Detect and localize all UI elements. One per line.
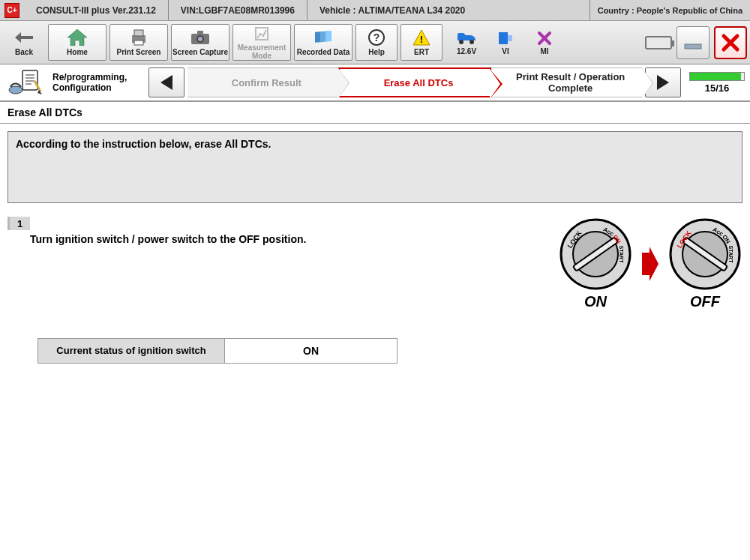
minimize-button[interactable]	[676, 26, 710, 59]
triangle-left-icon	[159, 73, 174, 91]
measurement-mode-button: Measurement Mode	[232, 24, 291, 61]
wizard-step-next: Print Result / Operation Complete	[491, 67, 642, 97]
capture-label: Screen Capture	[172, 48, 228, 56]
triangle-right-icon	[656, 73, 670, 91]
system-tray	[645, 24, 747, 61]
task-label: Re/programming, Configuration	[52, 64, 146, 100]
vehicle-label: Vehicle : ALTIMA/TEANA L34 2020	[308, 5, 477, 16]
dial-off-caption: OFF	[690, 293, 720, 310]
ignition-dial-off-icon: LOCK Acc ON START	[668, 217, 742, 292]
ignition-status-label: Current status of ignition switch	[38, 338, 225, 364]
vi-status: VI	[488, 29, 524, 55]
progress-fill	[690, 73, 741, 80]
main-content: According to the instruction below, eras…	[0, 124, 750, 371]
print-screen-button[interactable]: Print Screen	[110, 24, 168, 61]
ignition-status-row: Current status of ignition switch ON	[38, 338, 742, 364]
svg-point-20	[9, 86, 22, 94]
recorded-label: Recorded Data	[297, 48, 350, 56]
task-icon	[0, 64, 52, 100]
recorded-data-button[interactable]: Recorded Data	[294, 24, 352, 61]
measurement-label: Measurement Mode	[233, 43, 290, 60]
svg-rect-2	[134, 40, 143, 45]
vi-device-icon	[497, 29, 514, 47]
svg-rect-6	[197, 31, 203, 34]
wizard-step-current: Erase All DTCs	[338, 67, 492, 97]
wizard-step-prev: Confirm Result	[188, 67, 338, 97]
instruction-text: According to the instruction below, eras…	[16, 138, 271, 150]
battery-icon	[645, 36, 672, 49]
screen-capture-button[interactable]: Screen Capture	[171, 24, 230, 61]
ert-label: ERT	[414, 48, 429, 56]
svg-point-15	[470, 40, 474, 44]
vin-label: VIN:LGBF7AE08MR013996	[169, 5, 307, 16]
wizard-progress: 15/16	[687, 67, 747, 97]
toolbar: Back Home Print Screen Screen Capture Me…	[0, 21, 750, 64]
help-label: Help	[368, 48, 385, 56]
help-icon: ?	[364, 28, 388, 46]
svg-rect-16	[499, 32, 508, 44]
country-label: Country : People's Republic of China	[590, 4, 750, 16]
mi-label: MI	[540, 47, 548, 55]
section-title: Erase All DTCs	[0, 102, 750, 124]
progress-text: 15/16	[705, 82, 730, 94]
svg-text:START: START	[619, 246, 624, 264]
step-block: 1 Turn ignition switch / power switch to…	[8, 217, 742, 364]
dial-off: LOCK Acc ON START OFF	[668, 217, 742, 310]
printer-icon	[127, 28, 151, 46]
dial-on-caption: ON	[584, 293, 607, 310]
svg-point-14	[459, 40, 464, 44]
ignition-diagram: LOCK Acc ON START ON	[558, 217, 742, 310]
svg-rect-10	[326, 31, 332, 42]
app-badge-icon: C+	[4, 3, 20, 18]
back-arrow-icon	[12, 28, 36, 46]
svg-rect-19	[22, 70, 38, 90]
car-icon	[455, 29, 478, 47]
svg-text:!: !	[420, 34, 423, 45]
svg-rect-1	[134, 30, 143, 36]
warning-triangle-icon: !	[410, 28, 434, 46]
home-label: Home	[67, 48, 88, 56]
dial-on: LOCK Acc ON START ON	[558, 217, 633, 310]
back-button[interactable]: Back	[3, 24, 45, 61]
home-button[interactable]: Home	[48, 24, 106, 61]
svg-text:?: ?	[374, 31, 380, 43]
svg-rect-18	[685, 44, 701, 49]
measurement-icon	[250, 25, 274, 42]
ignition-dial-on-icon: LOCK Acc ON START	[558, 217, 633, 292]
ignition-status-value: ON	[225, 338, 398, 364]
back-label: Back	[15, 48, 33, 56]
camera-icon	[188, 28, 212, 46]
svg-text:START: START	[728, 246, 734, 264]
wizard-bar: Re/programming, Configuration Confirm Re…	[0, 64, 750, 102]
print-label: Print Screen	[117, 48, 161, 56]
info-bar: C+ CONSULT-III plus Ver.231.12 VIN:LGBF7…	[0, 0, 750, 21]
status-cluster: 12.6V VI MI	[446, 24, 566, 61]
mi-status: MI	[526, 29, 562, 55]
ert-button[interactable]: ! ERT	[400, 24, 442, 61]
recorded-data-icon	[311, 28, 335, 46]
minimize-icon	[682, 35, 704, 50]
step-number-badge: 1	[8, 217, 30, 230]
instruction-box: According to the instruction below, eras…	[8, 131, 742, 203]
voltage-status: 12.6V	[448, 29, 484, 55]
close-button[interactable]	[714, 26, 747, 59]
voltage-value: 12.6V	[457, 47, 476, 55]
progress-bar	[689, 72, 745, 81]
app-name: CONSULT-III plus Ver.231.12	[24, 5, 168, 16]
close-x-icon	[721, 33, 740, 52]
home-icon	[65, 28, 89, 46]
vi-label: VI	[502, 47, 508, 55]
help-button[interactable]: ? Help	[356, 24, 398, 61]
x-mark-icon	[537, 29, 552, 47]
wizard-prev-button[interactable]	[148, 67, 184, 97]
arrow-right-icon	[640, 245, 660, 283]
svg-rect-17	[508, 35, 512, 41]
svg-point-5	[198, 37, 202, 41]
